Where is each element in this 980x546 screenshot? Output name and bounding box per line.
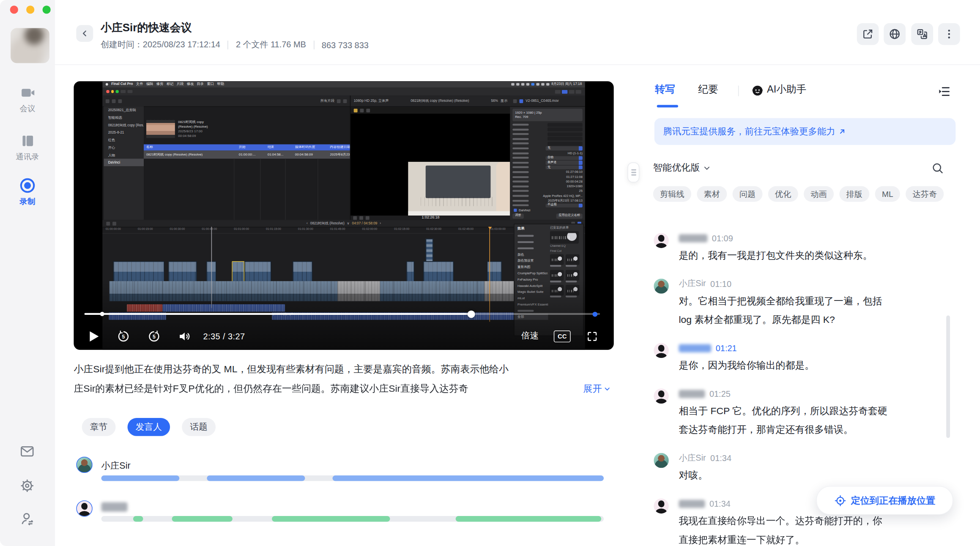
switch-account-icon[interactable]: [19, 511, 35, 527]
web-view-button[interactable]: [884, 23, 906, 45]
speaking-segment: [332, 475, 604, 481]
speaker-avatar: [654, 499, 668, 513]
panel-resize-handle[interactable]: [627, 162, 639, 182]
rewind-5-button[interactable]: 5: [117, 326, 130, 346]
tab-transcript[interactable]: 转写: [655, 83, 675, 96]
fcp-inspector-panel: V2-0851_C0465.mov 1920 × 1080 | 25p Rec.…: [510, 96, 585, 220]
transcript-message[interactable]: 01:09 是的，我有一我是打包文件夹的类似这种东。: [654, 232, 955, 265]
fcp-filter-label: 所有片段: [320, 99, 334, 103]
play-icon: [89, 330, 99, 342]
fcp-installed-effects-title: 已安装的效果: [550, 226, 581, 229]
fcp-inspector-file: V2-0851_C0465.mov: [526, 99, 558, 103]
record-icon: [19, 177, 36, 194]
speaker-timeline-bar[interactable]: [101, 475, 604, 481]
sidebar-item-meeting[interactable]: 会议: [0, 85, 55, 114]
search-button[interactable]: [931, 162, 944, 175]
expand-summary-button[interactable]: 展开: [583, 383, 610, 395]
traffic-light-minimize-icon[interactable]: [26, 5, 34, 14]
sidebar-item-label: 录制: [0, 197, 55, 207]
laptop-video-frame: [408, 162, 510, 216]
keyword-chip[interactable]: 达芬奇: [906, 186, 944, 202]
user-avatar[interactable]: [11, 28, 49, 63]
keyword-chip[interactable]: ML: [875, 186, 900, 202]
captions-button[interactable]: CC: [554, 326, 571, 346]
keyword-chips: 剪辑线素材问题优化动画排版ML达芬奇: [653, 186, 947, 202]
kebab-menu-icon: [943, 28, 955, 40]
keyword-chip[interactable]: 问题: [733, 186, 763, 202]
fcp-app-name: Final Cut Pro: [111, 82, 133, 86]
ai-assistant-icon: [751, 85, 764, 97]
collapse-panel-button[interactable]: [937, 85, 950, 98]
sidebar-item-recordings[interactable]: 录制: [0, 177, 55, 207]
speaking-segment: [271, 516, 390, 521]
progress-blue-marker[interactable]: [592, 311, 597, 317]
keyword-chip[interactable]: 排版: [839, 186, 869, 202]
fullscreen-icon: [586, 330, 598, 342]
fcp-timeline-ruler: 01:00:00:0001:00:15:0001:00:30:0001:00:4…: [102, 227, 585, 234]
fcp-timeline-title: 0821时间线 (Resolve): [310, 221, 345, 225]
locate-playing-button[interactable]: 定位到正在播放位置: [816, 486, 953, 515]
keyword-chip[interactable]: 素材: [697, 186, 727, 202]
cc-icon: CC: [554, 330, 571, 342]
speaker-avatar: [654, 233, 668, 248]
traffic-light-zoom-icon[interactable]: [43, 5, 51, 14]
external-link-icon: [862, 28, 874, 40]
playback-speed-button[interactable]: 倍速: [521, 326, 539, 346]
transcript-message[interactable]: 小庄Sir01:34 对咳。: [654, 452, 955, 485]
more-menu-button[interactable]: [938, 23, 960, 45]
keyword-chip[interactable]: 剪辑线: [653, 186, 691, 202]
sidebar-item-label: 通讯录: [0, 152, 55, 162]
active-tab-underline: [657, 105, 678, 107]
keyword-chip[interactable]: 动画: [804, 186, 834, 202]
fcp-viewer-screen: [350, 114, 510, 216]
header-divider: [55, 64, 980, 65]
tab-speakers[interactable]: 发言人: [128, 418, 170, 436]
svg-text:5: 5: [122, 333, 125, 339]
speaking-segment: [133, 516, 143, 521]
yuanbao-banner[interactable]: 腾讯元宝提供服务，前往元宝体验更多能力: [654, 118, 956, 145]
avatar-blur: [11, 28, 49, 63]
mail-icon[interactable]: [19, 444, 35, 459]
play-button[interactable]: [89, 326, 99, 346]
transcript-message[interactable]: 小庄Sir01:10 对。它相当于把视频全都给我重现了一遍，包括log 素材全都…: [654, 277, 955, 329]
arrow-up-right-icon: [838, 128, 846, 136]
progress-playhead[interactable]: [467, 310, 475, 318]
transcript-version-dropdown[interactable]: 智能优化版: [653, 162, 711, 174]
speaker-avatar: [654, 453, 668, 468]
speaker-avatar: [654, 343, 668, 358]
tab-minutes[interactable]: 纪要: [698, 83, 718, 96]
back-button[interactable]: [76, 25, 93, 42]
forward-5-button[interactable]: 5: [148, 326, 161, 346]
sidebar-item-contacts[interactable]: 通讯录: [0, 133, 55, 162]
player-progress-bar[interactable]: [85, 313, 600, 315]
settings-gear-icon[interactable]: [19, 478, 35, 494]
transcript-message[interactable]: 01:25 相当于 FCP 它。优化的序列，所以跟达芬奇套硬套达芬奇能打开，那肯…: [654, 388, 955, 440]
speaking-segment: [172, 516, 233, 521]
translate-button[interactable]: [911, 23, 933, 45]
tab-topics[interactable]: 话题: [182, 418, 216, 436]
tab-chapters[interactable]: 章节: [82, 418, 116, 436]
keyword-chip[interactable]: 优化: [768, 186, 798, 202]
tab-ai-assistant[interactable]: AI小助手: [767, 83, 806, 96]
fullscreen-button[interactable]: [586, 326, 598, 346]
volume-button[interactable]: [178, 326, 191, 346]
share-button[interactable]: [857, 23, 879, 45]
meta-divider: [228, 41, 228, 49]
chevron-left-icon: [81, 29, 89, 37]
fcp-browser-panel: 所有片段 20250821_总剪辑智能精选0821时间线 copy (Res..…: [102, 96, 350, 220]
transcript-message-active[interactable]: 01:21 是你，因为我给你输出的都是。: [654, 342, 955, 375]
video-camera-icon: [20, 85, 36, 101]
speaker-timeline-bar[interactable]: [101, 516, 604, 521]
speaking-segment: [455, 516, 601, 521]
player-controls: 5 5 2:35 / 3:27 倍速 CC: [74, 326, 613, 346]
fcp-effects-title: 效果: [515, 226, 548, 232]
video-player[interactable]: Final Cut Pro 文件编辑修剪标记片段修改目录窗口帮助 8月23日 周…: [74, 81, 613, 350]
transcript-scrollbar[interactable]: [946, 316, 950, 438]
summary-line: 庄Sir的素材已经是针对F叉P优化的，但仍然存在一些问题。苏南建议小庄Sir直接…: [74, 382, 574, 396]
meta-divider: [314, 41, 314, 49]
fcp-apply-button: 应用自定义名称: [556, 213, 582, 218]
traffic-light-close-icon[interactable]: [10, 5, 18, 14]
fcp-adjust-button: 调整: [512, 213, 523, 218]
fcp-viewer-zoom: 56%: [491, 99, 498, 103]
meeting-id: 863 733 833: [322, 40, 369, 49]
